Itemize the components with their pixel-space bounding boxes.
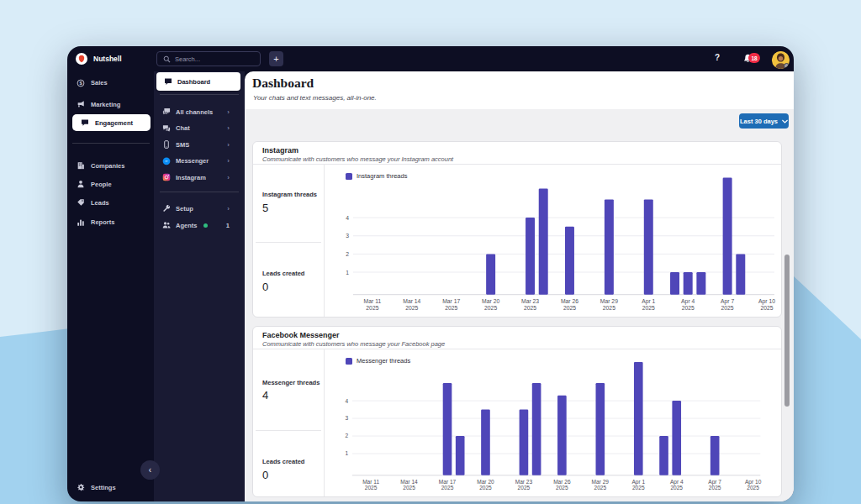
building-icon: [77, 161, 85, 170]
sidebar-item-settings[interactable]: Settings: [77, 478, 151, 496]
sidebar-item-sales[interactable]: $Sales: [77, 74, 151, 92]
svg-text:2025: 2025: [709, 485, 721, 491]
sidebar-item-people[interactable]: People: [77, 175, 151, 193]
svg-text:2025: 2025: [518, 485, 531, 491]
notification-badge: 18: [748, 53, 760, 63]
svg-text:2025: 2025: [563, 305, 576, 311]
chevron-right-icon: ›: [227, 124, 230, 132]
sidebar-item-marketing[interactable]: Marketing: [77, 95, 151, 113]
sidebar-item-dashboard[interactable]: Dashboard: [156, 72, 240, 91]
divider: [256, 430, 321, 431]
card-subtitle: Communicate with customers who message y…: [262, 340, 445, 348]
channels-icon: [162, 108, 171, 116]
svg-text:2025: 2025: [682, 305, 695, 311]
chevron-right-icon: ›: [227, 174, 230, 181]
sidebar-item-all-channels[interactable]: All channels›: [162, 104, 240, 119]
notifications-button[interactable]: 18: [742, 52, 753, 66]
sidebar-item-companies[interactable]: Companies: [77, 156, 151, 175]
card-subtitle: Communicate with customers who message y…: [262, 155, 453, 163]
svg-text:2025: 2025: [642, 305, 655, 311]
svg-text:3: 3: [346, 233, 349, 239]
sidebar-item-chat[interactable]: Chat›: [162, 121, 240, 136]
divider: [256, 242, 321, 243]
sidebar-collapse-button[interactable]: ‹: [140, 460, 160, 480]
app-window: Nutshell $SalesMarketingEngagementCompan…: [67, 46, 794, 501]
messenger-icon: [162, 157, 171, 165]
stat-label: Leads created: [262, 270, 304, 277]
chat-square-icon: [164, 77, 172, 86]
brand-name: Nutshell: [93, 55, 122, 63]
date-range-dropdown[interactable]: Last 30 days: [739, 113, 789, 129]
chevron-down-icon: [782, 119, 788, 123]
scrollbar-thumb[interactable]: [784, 255, 790, 407]
stat-value: 4: [262, 389, 268, 402]
svg-text:2025: 2025: [632, 485, 645, 491]
sidebar-item-leads[interactable]: Leads: [77, 193, 151, 212]
stats-column: Instagram threads 5 Leads created 0: [253, 165, 325, 317]
svg-text:2025: 2025: [365, 485, 378, 491]
svg-text:Mar 20: Mar 20: [477, 479, 494, 485]
svg-text:1: 1: [346, 270, 349, 276]
avatar[interactable]: [772, 51, 790, 69]
svg-text:Mar 29: Mar 29: [600, 298, 618, 304]
svg-text:Mar 14: Mar 14: [400, 479, 418, 485]
svg-text:Mar 26: Mar 26: [553, 479, 571, 485]
desktop-background: Nutshell $SalesMarketingEngagementCompan…: [0, 0, 861, 504]
chat-bubble-icon: [81, 118, 89, 127]
search-input[interactable]: Search...: [156, 51, 261, 66]
chevron-right-icon: ›: [227, 108, 230, 116]
svg-text:2025: 2025: [403, 485, 415, 491]
messenger-card: Facebook Messenger Communicate with cust…: [252, 326, 782, 497]
nutshell-logo-icon: [76, 53, 87, 65]
sidebar-divider: [72, 143, 150, 144]
svg-text:2025: 2025: [556, 485, 568, 491]
brand[interactable]: Nutshell: [76, 50, 122, 67]
chart-area: 1234Mar 112025Mar 142025Mar 172025Mar 20…: [325, 349, 781, 496]
tag-icon: [77, 198, 85, 207]
primary-sidebar: Nutshell $SalesMarketingEngagementCompan…: [67, 46, 154, 501]
page-subtitle: Your chats and text messages, all-in-one…: [253, 94, 377, 102]
card-title: Instagram: [262, 146, 298, 155]
svg-text:2025: 2025: [747, 485, 759, 491]
add-button[interactable]: +: [269, 51, 283, 66]
secondary-sidebar: Dashboard All channels›Chat›SMS›Messenge…: [154, 71, 245, 501]
instagram-threads-chart: 1234Mar 112025Mar 142025Mar 172025Mar 20…: [325, 164, 781, 317]
svg-text:Apr 10: Apr 10: [758, 298, 775, 305]
svg-text:2025: 2025: [603, 305, 615, 311]
stat-label: Instagram threads: [262, 191, 317, 198]
svg-text:2025: 2025: [594, 485, 607, 491]
sidebar-item-setup[interactable]: Setup›: [162, 201, 240, 216]
instagram-icon: [162, 173, 171, 181]
phone-icon: [162, 140, 171, 149]
wrench-icon: [162, 204, 171, 213]
sidebar-item-messenger[interactable]: Messenger›: [162, 154, 240, 169]
chart-legend: Instagram threads: [346, 172, 407, 180]
chevron-right-icon: ›: [227, 141, 230, 149]
sidebar-item-agents[interactable]: Agents1: [162, 218, 240, 233]
svg-text:2025: 2025: [484, 305, 497, 311]
svg-text:2025: 2025: [441, 485, 454, 491]
sidebar-divider: [160, 94, 239, 95]
sidebar-item-reports[interactable]: Reports: [77, 213, 151, 232]
svg-text:Mar 29: Mar 29: [592, 479, 610, 485]
svg-text:1: 1: [345, 450, 348, 456]
svg-text:2: 2: [345, 433, 348, 438]
instagram-card: Instagram Communicate with customers who…: [252, 141, 782, 318]
svg-text:Mar 11: Mar 11: [362, 479, 379, 485]
svg-text:Mar 23: Mar 23: [515, 479, 533, 485]
svg-text:Mar 17: Mar 17: [442, 298, 460, 304]
svg-text:2025: 2025: [479, 485, 492, 491]
agents-count: 1: [226, 222, 230, 229]
avatar-status-icon: [784, 63, 790, 69]
legend-swatch: [346, 358, 352, 365]
gear-icon: [77, 483, 85, 491]
svg-text:2025: 2025: [721, 305, 734, 311]
svg-text:4: 4: [346, 215, 349, 221]
help-button[interactable]: ?: [715, 53, 720, 62]
sidebar-item-engagement[interactable]: Engagement: [72, 114, 151, 131]
sidebar-item-instagram[interactable]: Instagram›: [162, 170, 240, 185]
chat-bubbles-icon: [162, 124, 171, 133]
sidebar-item-sms[interactable]: SMS›: [162, 137, 240, 152]
svg-text:Apr 7: Apr 7: [721, 298, 734, 305]
person-icon: [77, 180, 85, 188]
